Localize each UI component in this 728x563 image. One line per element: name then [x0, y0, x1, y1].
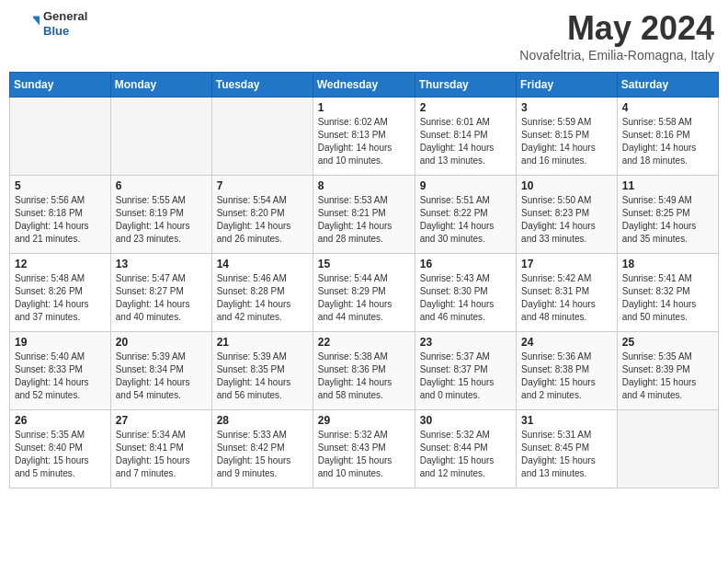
calendar-cell: [617, 410, 718, 488]
day-info: Sunrise: 5:59 AM Sunset: 8:15 PM Dayligh…: [521, 116, 612, 167]
title-block: May 2024 Novafeltria, Emilia-Romagna, It…: [519, 9, 714, 63]
calendar-cell: 29Sunrise: 5:32 AM Sunset: 8:43 PM Dayli…: [313, 410, 415, 488]
calendar-cell: 24Sunrise: 5:36 AM Sunset: 8:38 PM Dayli…: [517, 332, 618, 410]
calendar-cell: 16Sunrise: 5:43 AM Sunset: 8:30 PM Dayli…: [415, 254, 516, 332]
day-number: 3: [521, 101, 612, 114]
calendar-cell: 23Sunrise: 5:37 AM Sunset: 8:37 PM Dayli…: [415, 332, 516, 410]
day-info: Sunrise: 5:32 AM Sunset: 8:43 PM Dayligh…: [318, 429, 410, 480]
day-number: 9: [420, 179, 511, 192]
calendar-header-thursday: Thursday: [415, 73, 516, 98]
calendar-cell: 9Sunrise: 5:51 AM Sunset: 8:22 PM Daylig…: [415, 176, 516, 254]
calendar-cell: 27Sunrise: 5:34 AM Sunset: 8:41 PM Dayli…: [110, 410, 211, 488]
calendar-cell: [211, 98, 313, 176]
calendar-cell: 25Sunrise: 5:35 AM Sunset: 8:39 PM Dayli…: [617, 332, 718, 410]
calendar-week-row: 5Sunrise: 5:56 AM Sunset: 8:18 PM Daylig…: [10, 176, 719, 254]
calendar-cell: 30Sunrise: 5:32 AM Sunset: 8:44 PM Dayli…: [415, 410, 516, 488]
logo: General Blue: [14, 9, 87, 38]
day-info: Sunrise: 5:37 AM Sunset: 8:37 PM Dayligh…: [420, 350, 511, 402]
calendar-location: Novafeltria, Emilia-Romagna, Italy: [519, 48, 714, 63]
calendar-cell: 21Sunrise: 5:39 AM Sunset: 8:35 PM Dayli…: [211, 332, 313, 410]
logo-blue-text: Blue: [43, 24, 87, 39]
day-info: Sunrise: 6:01 AM Sunset: 8:14 PM Dayligh…: [420, 116, 511, 167]
day-info: Sunrise: 5:35 AM Sunset: 8:40 PM Dayligh…: [15, 429, 106, 480]
day-info: Sunrise: 5:51 AM Sunset: 8:22 PM Dayligh…: [420, 194, 511, 246]
day-number: 13: [116, 258, 207, 270]
day-info: Sunrise: 5:31 AM Sunset: 8:45 PM Dayligh…: [521, 429, 612, 480]
day-number: 5: [15, 179, 106, 192]
day-info: Sunrise: 5:50 AM Sunset: 8:23 PM Dayligh…: [521, 194, 612, 246]
calendar-header-saturday: Saturday: [617, 73, 718, 98]
day-number: 18: [622, 258, 713, 270]
calendar-cell: 12Sunrise: 5:48 AM Sunset: 8:26 PM Dayli…: [10, 254, 111, 332]
calendar-cell: 1Sunrise: 6:02 AM Sunset: 8:13 PM Daylig…: [313, 98, 415, 176]
day-info: Sunrise: 5:41 AM Sunset: 8:32 PM Dayligh…: [622, 272, 713, 324]
day-number: 23: [420, 336, 511, 349]
calendar-cell: 5Sunrise: 5:56 AM Sunset: 8:18 PM Daylig…: [10, 176, 111, 254]
calendar-header-friday: Friday: [517, 73, 618, 98]
logo-general-text: General: [43, 9, 87, 24]
day-info: Sunrise: 5:33 AM Sunset: 8:42 PM Dayligh…: [217, 429, 308, 480]
calendar-cell: 26Sunrise: 5:35 AM Sunset: 8:40 PM Dayli…: [10, 410, 111, 488]
calendar-week-row: 26Sunrise: 5:35 AM Sunset: 8:40 PM Dayli…: [10, 410, 719, 488]
day-number: 30: [420, 414, 511, 427]
day-number: 2: [420, 101, 511, 114]
day-number: 17: [521, 258, 612, 270]
day-number: 28: [217, 414, 308, 427]
day-number: 27: [116, 414, 207, 427]
calendar-header-row: SundayMondayTuesdayWednesdayThursdayFrid…: [10, 73, 719, 98]
calendar-cell: [10, 98, 111, 176]
day-info: Sunrise: 5:44 AM Sunset: 8:29 PM Dayligh…: [318, 272, 410, 324]
day-info: Sunrise: 5:49 AM Sunset: 8:25 PM Dayligh…: [622, 194, 713, 246]
calendar-cell: 19Sunrise: 5:40 AM Sunset: 8:33 PM Dayli…: [10, 332, 111, 410]
calendar-cell: 31Sunrise: 5:31 AM Sunset: 8:45 PM Dayli…: [517, 410, 618, 488]
page-header: General Blue May 2024 Novafeltria, Emili…: [9, 9, 719, 63]
day-info: Sunrise: 5:56 AM Sunset: 8:18 PM Dayligh…: [15, 194, 106, 246]
day-number: 22: [318, 336, 410, 349]
calendar-cell: 17Sunrise: 5:42 AM Sunset: 8:31 PM Dayli…: [517, 254, 618, 332]
calendar-cell: 13Sunrise: 5:47 AM Sunset: 8:27 PM Dayli…: [110, 254, 211, 332]
day-info: Sunrise: 6:02 AM Sunset: 8:13 PM Dayligh…: [318, 116, 410, 167]
calendar-cell: 18Sunrise: 5:41 AM Sunset: 8:32 PM Dayli…: [617, 254, 718, 332]
calendar-cell: 15Sunrise: 5:44 AM Sunset: 8:29 PM Dayli…: [313, 254, 415, 332]
calendar-week-row: 12Sunrise: 5:48 AM Sunset: 8:26 PM Dayli…: [10, 254, 719, 332]
calendar-cell: 7Sunrise: 5:54 AM Sunset: 8:20 PM Daylig…: [211, 176, 313, 254]
day-number: 29: [318, 414, 410, 427]
day-number: 19: [15, 336, 106, 349]
day-info: Sunrise: 5:43 AM Sunset: 8:30 PM Dayligh…: [420, 272, 511, 324]
calendar-week-row: 1Sunrise: 6:02 AM Sunset: 8:13 PM Daylig…: [10, 98, 719, 176]
calendar-cell: 14Sunrise: 5:46 AM Sunset: 8:28 PM Dayli…: [211, 254, 313, 332]
day-info: Sunrise: 5:39 AM Sunset: 8:34 PM Dayligh…: [116, 350, 207, 402]
day-number: 12: [15, 258, 106, 270]
day-number: 10: [521, 179, 612, 192]
day-info: Sunrise: 5:53 AM Sunset: 8:21 PM Dayligh…: [318, 194, 410, 246]
day-info: Sunrise: 5:55 AM Sunset: 8:19 PM Dayligh…: [116, 194, 207, 246]
calendar-cell: 6Sunrise: 5:55 AM Sunset: 8:19 PM Daylig…: [110, 176, 211, 254]
calendar-cell: 22Sunrise: 5:38 AM Sunset: 8:36 PM Dayli…: [313, 332, 415, 410]
day-info: Sunrise: 5:54 AM Sunset: 8:20 PM Dayligh…: [217, 194, 308, 246]
calendar-table: SundayMondayTuesdayWednesdayThursdayFrid…: [9, 72, 719, 488]
day-number: 7: [217, 179, 308, 192]
calendar-title: May 2024: [519, 9, 714, 48]
day-info: Sunrise: 5:32 AM Sunset: 8:44 PM Dayligh…: [420, 429, 511, 480]
calendar-header-monday: Monday: [110, 73, 211, 98]
day-info: Sunrise: 5:48 AM Sunset: 8:26 PM Dayligh…: [15, 272, 106, 324]
day-info: Sunrise: 5:35 AM Sunset: 8:39 PM Dayligh…: [622, 350, 713, 402]
calendar-cell: 28Sunrise: 5:33 AM Sunset: 8:42 PM Dayli…: [211, 410, 313, 488]
day-info: Sunrise: 5:46 AM Sunset: 8:28 PM Dayligh…: [217, 272, 308, 324]
day-info: Sunrise: 5:39 AM Sunset: 8:35 PM Dayligh…: [217, 350, 308, 402]
day-info: Sunrise: 5:40 AM Sunset: 8:33 PM Dayligh…: [15, 350, 106, 402]
calendar-cell: 20Sunrise: 5:39 AM Sunset: 8:34 PM Dayli…: [110, 332, 211, 410]
day-number: 31: [521, 414, 612, 427]
day-info: Sunrise: 5:42 AM Sunset: 8:31 PM Dayligh…: [521, 272, 612, 324]
calendar-header-sunday: Sunday: [10, 73, 111, 98]
day-number: 14: [217, 258, 308, 270]
calendar-cell: 2Sunrise: 6:01 AM Sunset: 8:14 PM Daylig…: [415, 98, 516, 176]
calendar-cell: 4Sunrise: 5:58 AM Sunset: 8:16 PM Daylig…: [617, 98, 718, 176]
calendar-cell: [110, 98, 211, 176]
day-info: Sunrise: 5:38 AM Sunset: 8:36 PM Dayligh…: [318, 350, 410, 402]
day-number: 24: [521, 336, 612, 349]
svg-rect-2: [14, 11, 33, 36]
day-info: Sunrise: 5:58 AM Sunset: 8:16 PM Dayligh…: [622, 116, 713, 167]
calendar-cell: 11Sunrise: 5:49 AM Sunset: 8:25 PM Dayli…: [617, 176, 718, 254]
day-number: 4: [622, 101, 713, 114]
